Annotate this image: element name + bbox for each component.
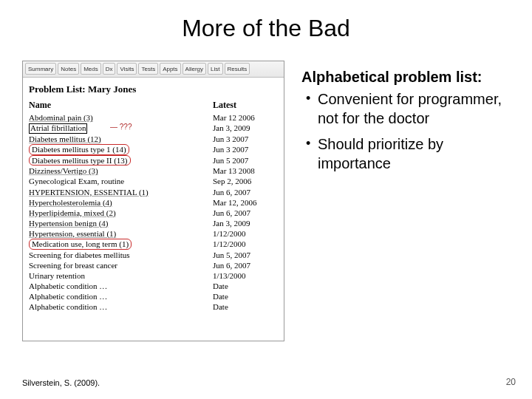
problem-latest: Date bbox=[213, 291, 279, 301]
slide: More of the Bad Summary Notes Meds Dx Vi… bbox=[0, 0, 532, 399]
problem-name: Screening for breast cancer bbox=[29, 260, 213, 270]
commentary-heading: Alphabetical problem list: bbox=[301, 68, 516, 86]
toolbar-button[interactable]: List bbox=[208, 63, 222, 75]
toolbar-button[interactable]: Dx bbox=[103, 63, 116, 75]
commentary-bullet: Convenient for programmer, not for the d… bbox=[301, 90, 516, 128]
commentary-bullet: Should prioritize by importance bbox=[301, 135, 516, 173]
toolbar-button[interactable]: Appts bbox=[160, 63, 180, 75]
problem-latest: Sep 2, 2006 bbox=[213, 176, 279, 186]
problem-name: Gynecological Exam, routine bbox=[29, 176, 213, 186]
problem-name: Urinary retention bbox=[29, 270, 213, 281]
problem-name: Alphabetic condition … bbox=[29, 291, 213, 301]
problem-list-table: Name Latest Abdominal pain (3) Mar 12 20… bbox=[23, 100, 284, 312]
problem-latest: Mar 12, 2006 bbox=[213, 197, 279, 208]
column-header-latest: Latest bbox=[213, 100, 279, 112]
problem-name: Hypertension, essential (1) bbox=[29, 228, 213, 239]
problem-latest: Jun 3 2007 bbox=[213, 134, 279, 144]
page-number: 20 bbox=[506, 377, 516, 387]
problem-name: HYPERTENSION, ESSENTIAL (1) bbox=[29, 187, 213, 197]
problem-name: Atrial fibrillation — ??? bbox=[29, 123, 213, 134]
problem-latest: Date bbox=[213, 281, 279, 291]
problem-list-heading: Problem List: Mary Jones bbox=[23, 78, 284, 100]
problem-name: Diabetes mellitus type 1 (14) bbox=[29, 144, 213, 155]
column-header-name: Name bbox=[29, 100, 213, 112]
problem-name: Abdominal pain (3) bbox=[29, 112, 213, 123]
toolbar-button[interactable]: Summary bbox=[25, 63, 56, 75]
problem-latest: Jun 6, 2007 bbox=[213, 187, 279, 197]
problem-latest: Jun 6, 2007 bbox=[213, 208, 279, 218]
problem-name: Diabetes mellitus type II (13) bbox=[29, 155, 213, 166]
problem-latest: Jun 5 2007 bbox=[213, 155, 279, 166]
ehr-toolbar: Summary Notes Meds Dx Visits Tests Appts… bbox=[23, 61, 284, 78]
commentary-list: Convenient for programmer, not for the d… bbox=[301, 90, 516, 173]
problem-latest: 1/13/2000 bbox=[213, 270, 279, 281]
problem-name: Diabetes mellitus (12) bbox=[29, 134, 213, 144]
problem-latest: Jun 5, 2007 bbox=[213, 250, 279, 260]
problem-name: Dizziness/Vertigo (3) bbox=[29, 166, 213, 176]
commentary-block: Alphabetical problem list: Convenient fo… bbox=[301, 68, 516, 180]
ehr-screenshot: Summary Notes Meds Dx Visits Tests Appts… bbox=[22, 61, 284, 341]
problem-latest: Mar 13 2008 bbox=[213, 166, 279, 176]
toolbar-button[interactable]: Meds bbox=[81, 63, 101, 75]
annotation-question: — ??? bbox=[110, 123, 132, 132]
problem-latest: Jan 3, 2009 bbox=[213, 218, 279, 228]
problem-name: Hyperlipidemia, mixed (2) bbox=[29, 208, 213, 218]
problem-name: Alphabetic condition … bbox=[29, 281, 213, 291]
problem-latest: Jun 3 2007 bbox=[213, 144, 279, 155]
problem-latest: Mar 12 2006 bbox=[213, 112, 279, 123]
toolbar-button[interactable]: Tests bbox=[138, 63, 158, 75]
citation: Silverstein, S. (2009). bbox=[22, 378, 100, 387]
toolbar-button[interactable]: Notes bbox=[58, 63, 79, 75]
problem-latest: 1/12/2000 bbox=[213, 239, 279, 250]
problem-latest: Jun 6, 2007 bbox=[213, 260, 279, 270]
problem-name: Screening for diabetes mellitus bbox=[29, 250, 213, 260]
toolbar-button[interactable]: Allergy bbox=[183, 63, 206, 75]
problem-latest: Date bbox=[213, 301, 279, 312]
toolbar-button[interactable]: Visits bbox=[117, 63, 137, 75]
problem-name: Hypercholesterolemia (4) bbox=[29, 197, 213, 208]
problem-name: Alphabetic condition … bbox=[29, 301, 213, 312]
slide-title: More of the Bad bbox=[0, 15, 532, 42]
problem-name: Hypertension benign (4) bbox=[29, 218, 213, 228]
problem-latest: Jan 3, 2009 bbox=[213, 123, 279, 134]
toolbar-button[interactable]: Results bbox=[225, 63, 250, 75]
problem-name: Medication use, long term (1) bbox=[29, 239, 213, 250]
problem-latest: 1/12/2000 bbox=[213, 228, 279, 239]
